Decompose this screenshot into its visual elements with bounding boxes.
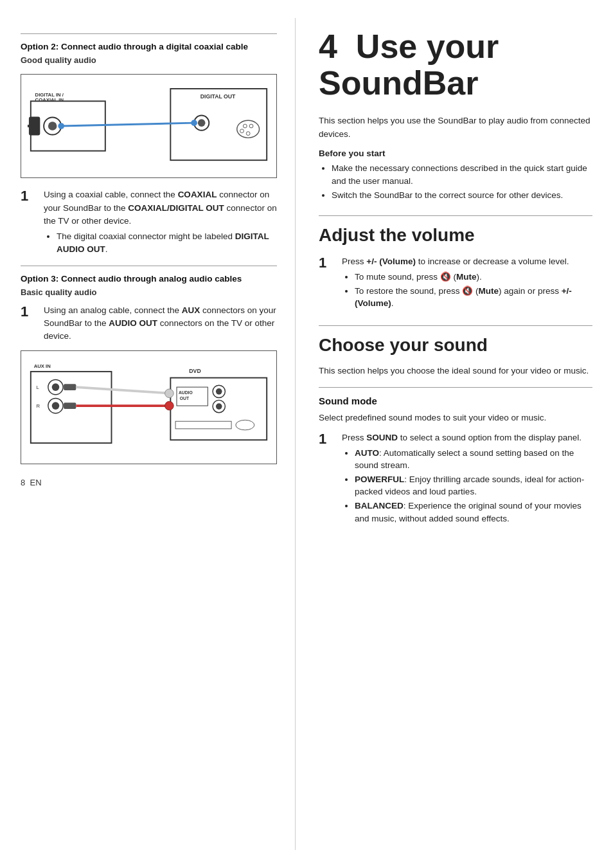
choose-sound-intro: This section helps you choose the ideal … (319, 365, 592, 377)
svg-rect-5 (29, 117, 40, 136)
choose-sound-heading: Choose your sound (319, 332, 592, 359)
svg-point-42 (236, 420, 254, 430)
svg-text:AUDIO: AUDIO (179, 390, 193, 395)
sound-mode-intro: Select predefined sound modes to suit yo… (319, 411, 592, 424)
analog-diagram-box: AUX IN L R DVD (21, 350, 277, 464)
svg-point-43 (165, 389, 174, 398)
svg-text:DVD: DVD (189, 368, 200, 374)
option2-step1-row: 1 Using a coaxial cable, connect the COA… (21, 188, 277, 257)
svg-rect-28 (64, 384, 76, 391)
sound-step1-content: Press SOUND to select a sound option fro… (342, 431, 592, 527)
svg-text:L: L (37, 384, 40, 390)
divider-volume (319, 215, 592, 216)
volume-step1-content: Press +/- (Volume) to increase or decrea… (342, 255, 592, 311)
adjust-volume-heading: Adjust the volume (319, 222, 592, 249)
divider-option2 (21, 33, 277, 34)
right-column: 4 Use your SoundBar This section helps y… (296, 18, 613, 850)
chapter-heading: 4 Use your SoundBar (319, 28, 592, 102)
svg-point-11 (198, 120, 206, 127)
sound-mode-title: Sound mode (319, 394, 592, 408)
svg-point-44 (165, 402, 174, 411)
svg-point-16 (246, 132, 250, 136)
before-you-start-list: Make the necessary connections described… (332, 162, 592, 201)
sound-bullet-auto: AUTO: Automatically select a sound setti… (355, 447, 592, 472)
option2-step1-content: Using a coaxial cable, connect the COAXI… (44, 188, 277, 257)
svg-point-19 (191, 120, 197, 127)
option2-bullets: The digital coaxial connector might be l… (57, 230, 277, 255)
option2-step1-num: 1 (21, 188, 39, 204)
sound-bullet-balanced: BALANCED: Experience the original sound … (355, 500, 592, 525)
svg-text:COAXIAL IN: COAXIAL IN (35, 98, 64, 104)
svg-line-30 (76, 388, 170, 394)
svg-point-14 (249, 125, 253, 129)
svg-rect-41 (175, 422, 231, 429)
option2-title: Option 2: Connect audio through a digita… (21, 41, 277, 53)
analog-diagram-svg: AUX IN L R DVD (28, 357, 270, 457)
before-bullet-1: Make the necessary connections described… (332, 162, 592, 187)
volume-step1-num: 1 (319, 255, 337, 271)
option3-step1-num: 1 (21, 304, 39, 320)
svg-point-15 (240, 129, 244, 133)
volume-step1-row: 1 Press +/- (Volume) to increase or decr… (319, 255, 592, 311)
option3-title: Option 3: Connect audio through analog a… (21, 273, 277, 285)
option3-quality: Basic quality audio (21, 287, 277, 299)
svg-point-4 (48, 122, 57, 131)
svg-text:OUT: OUT (180, 397, 190, 401)
svg-rect-29 (64, 403, 76, 410)
chapter-num: 4 Use your SoundBar (319, 28, 499, 102)
before-bullet-2: Switch the SoundBar to the correct sourc… (332, 189, 592, 202)
coaxial-diagram-box: DIGITAL IN / COAXIAL IN DIGITAL OUT (21, 74, 277, 178)
svg-point-27 (52, 402, 60, 410)
divider-sound-mode (319, 387, 592, 388)
sound-mode-bullets: AUTO: Automatically select a sound setti… (355, 447, 592, 525)
option2-bullet1: The digital coaxial connector might be l… (57, 230, 277, 255)
svg-line-17 (61, 123, 194, 127)
sound-step1-row: 1 Press SOUND to select a sound option f… (319, 431, 592, 527)
svg-text:DIGITAL OUT: DIGITAL OUT (200, 94, 236, 100)
divider-option3 (21, 266, 277, 266)
option3-step1-content: Using an analog cable, connect the AUX c… (44, 304, 277, 343)
sound-bullet-powerful: POWERFUL: Enjoy thrilling arcade sounds,… (355, 473, 592, 498)
svg-point-38 (216, 388, 222, 395)
sound-step1-num: 1 (319, 431, 337, 447)
before-you-start-title: Before you start (319, 147, 592, 160)
svg-point-18 (58, 123, 64, 130)
svg-point-24 (52, 384, 60, 392)
page-number: 8 EN (21, 477, 277, 489)
svg-point-40 (216, 404, 222, 410)
option2-quality: Good quality audio (21, 55, 277, 67)
chapter-intro: This section helps you use the SoundBar … (319, 114, 592, 141)
volume-bullets: To mute sound, press 🔇 (Mute). To restor… (355, 271, 592, 310)
coaxial-diagram-svg: DIGITAL IN / COAXIAL IN DIGITAL OUT (28, 81, 270, 171)
left-column: Option 2: Connect audio through a digita… (0, 18, 296, 850)
option3-step1-row: 1 Using an analog cable, connect the AUX… (21, 304, 277, 343)
svg-point-13 (243, 125, 247, 129)
volume-bullet-restore: To restore the sound, press 🔇 (Mute) aga… (355, 285, 592, 310)
divider-sound (319, 325, 592, 326)
page: Option 2: Connect audio through a digita… (0, 0, 613, 868)
svg-text:DIGITAL IN /: DIGITAL IN / (35, 92, 64, 98)
svg-text:AUX IN: AUX IN (34, 364, 51, 370)
volume-bullet-mute: To mute sound, press 🔇 (Mute). (355, 271, 592, 284)
svg-text:R: R (37, 403, 40, 409)
